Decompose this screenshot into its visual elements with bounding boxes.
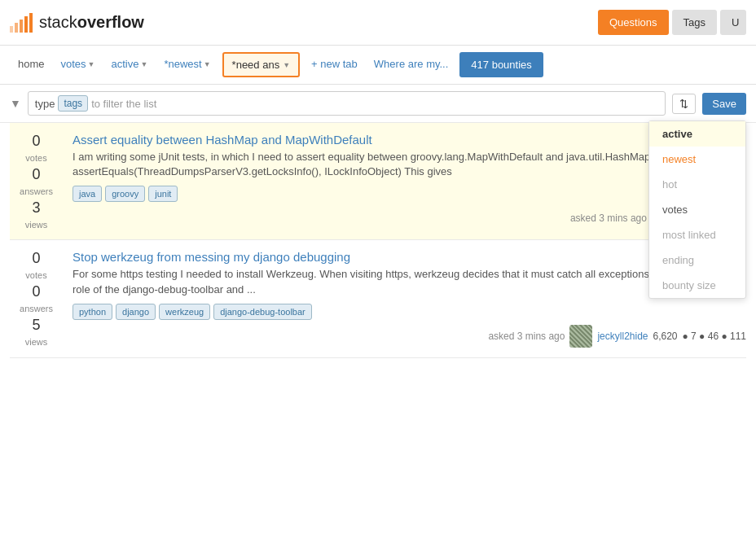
question-meta-1: asked 3 mins ago Mahes... 3,091 xyxy=(73,207,746,230)
sort-option-ending[interactable]: ending xyxy=(649,247,745,273)
views-label-1: views xyxy=(25,220,48,230)
question-list: 0 votes 0 answers 3 views Assert equalit… xyxy=(0,123,756,358)
votes-label-2: votes xyxy=(25,270,46,280)
answers-label-1: answers xyxy=(20,186,53,196)
header-nav: Questions Tags U xyxy=(598,10,746,35)
asked-time-2: asked 3 mins ago xyxy=(488,331,565,342)
save-button[interactable]: Save xyxy=(702,93,746,115)
tags-button[interactable]: Tags xyxy=(672,10,717,35)
question-stats-2: 0 votes 0 answers 5 views xyxy=(10,250,63,347)
header: stackoverflow Questions Tags U xyxy=(0,0,756,46)
tag-junit[interactable]: junit xyxy=(148,186,178,202)
sort-option-hot[interactable]: hot xyxy=(649,172,745,197)
filter-icon: ▼ xyxy=(10,97,21,110)
asked-time-1: asked 3 mins ago xyxy=(570,212,647,224)
logo-text: stackoverflow xyxy=(39,13,144,32)
tag-django-debug-toolbar[interactable]: django-debug-toolbar xyxy=(213,304,312,320)
question-excerpt-1: I am writing some jUnit tests, in which … xyxy=(73,150,746,179)
question-excerpt-2: For some https testing I needed to insta… xyxy=(73,267,746,296)
question-stats-1: 0 votes 0 answers 3 views xyxy=(10,133,63,230)
views-count-1: 3 xyxy=(32,199,40,217)
filter-input-area[interactable]: type tags to filter the list xyxy=(28,91,666,116)
votes-dropdown-arrow: ▼ xyxy=(88,60,95,68)
answers-count-2: 0 xyxy=(32,283,40,300)
tab-votes[interactable]: votes ▼ xyxy=(53,46,103,83)
question-item: 0 votes 0 answers 3 views Assert equalit… xyxy=(10,123,746,240)
active-dropdown-arrow: ▼ xyxy=(141,60,148,68)
question-meta-2: asked 3 mins ago jeckyll2hide 6,620 ● 7 … xyxy=(73,325,746,348)
answers-count-1: 0 xyxy=(32,166,40,183)
question-item-2: 0 votes 0 answers 5 views Stop werkzeug … xyxy=(10,240,746,357)
tabs-bar: home votes ▼ active ▼ *newest ▼ *need an… xyxy=(0,46,756,85)
filter-type-label: type xyxy=(35,98,55,110)
newest-dropdown-arrow: ▼ xyxy=(204,60,211,68)
answers-label-2: answers xyxy=(20,304,53,313)
user-button[interactable]: U xyxy=(720,10,746,35)
tag-list-1: java groovy junit xyxy=(73,186,746,202)
views-count-2: 5 xyxy=(32,317,40,334)
tab-active[interactable]: active ▼ xyxy=(103,46,156,83)
logo-icon xyxy=(10,13,33,33)
tab-newest[interactable]: *newest ▼ xyxy=(156,46,218,83)
views-label-2: views xyxy=(25,337,48,347)
user-link-2[interactable]: jeckyll2hide xyxy=(597,331,648,342)
question-title-2[interactable]: Stop werkzeug from messing my django deb… xyxy=(73,250,350,264)
tag-java[interactable]: java xyxy=(73,186,102,202)
tag-python[interactable]: python xyxy=(73,304,112,320)
votes-label-1: votes xyxy=(25,153,46,163)
tag-werkzeug[interactable]: werkzeug xyxy=(159,304,210,320)
tab-new-tab[interactable]: + new tab xyxy=(303,46,366,83)
tag-django[interactable]: django xyxy=(116,304,156,320)
tab-need-ans[interactable]: *need ans ▼ xyxy=(222,52,300,77)
filter-bar: ▼ type tags to filter the list ⇅ Save ac… xyxy=(0,85,756,123)
sort-button[interactable]: ⇅ xyxy=(672,94,696,114)
user-badges-2: ● 7 ● 46 ● 111 xyxy=(683,331,746,342)
sort-dropdown: active newest hot votes most linked endi… xyxy=(648,120,746,299)
questions-button[interactable]: Questions xyxy=(598,10,669,35)
logo: stackoverflow xyxy=(10,13,144,33)
sort-option-active[interactable]: active xyxy=(649,121,745,147)
bounties-button[interactable]: 417 bounties xyxy=(459,52,543,77)
question-body-1: Assert equality between HashMap and MapW… xyxy=(73,133,746,230)
filter-tags-badge[interactable]: tags xyxy=(58,95,88,112)
sort-option-most-linked[interactable]: most linked xyxy=(649,222,745,247)
question-title-1[interactable]: Assert equality between HashMap and MapW… xyxy=(73,133,372,147)
sort-option-votes[interactable]: votes xyxy=(649,197,745,222)
sort-option-newest[interactable]: newest xyxy=(649,147,745,172)
user-rep-2: 6,620 xyxy=(653,331,678,342)
question-body-2: Stop werkzeug from messing my django deb… xyxy=(73,250,746,347)
tag-list-2: python django werkzeug django-debug-tool… xyxy=(73,304,746,320)
sort-icon: ⇅ xyxy=(679,98,688,110)
votes-count-2: 0 xyxy=(32,250,40,267)
need-ans-dropdown-arrow: ▼ xyxy=(283,61,290,69)
user-avatar-2 xyxy=(569,325,592,348)
filter-placeholder: to filter the list xyxy=(91,98,156,110)
tag-groovy[interactable]: groovy xyxy=(105,186,145,202)
tab-home[interactable]: home xyxy=(10,46,53,83)
sort-option-bounty-size[interactable]: bounty size xyxy=(649,273,745,298)
votes-count-1: 0 xyxy=(32,133,40,150)
tab-where[interactable]: Where are my... xyxy=(366,46,457,83)
